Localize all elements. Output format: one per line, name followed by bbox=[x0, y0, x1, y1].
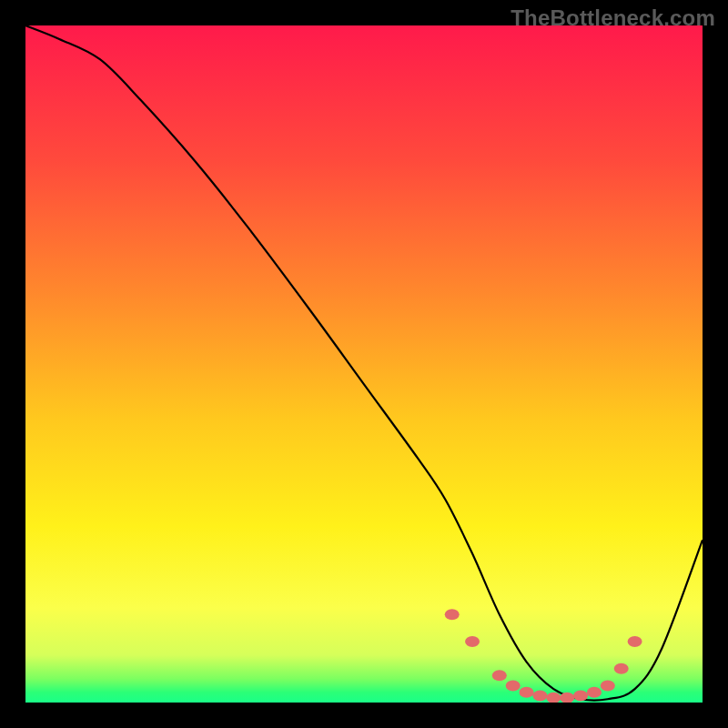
highlight-marker bbox=[506, 680, 521, 691]
highlight-marker bbox=[587, 687, 602, 698]
highlight-marker bbox=[601, 680, 615, 691]
chart-frame: TheBottleneck.com bbox=[0, 0, 728, 728]
chart-plot-area bbox=[25, 25, 703, 703]
gradient-background bbox=[25, 25, 703, 703]
highlight-marker bbox=[445, 609, 460, 620]
highlight-marker bbox=[628, 636, 642, 647]
highlight-marker bbox=[614, 663, 629, 674]
highlight-marker bbox=[520, 687, 534, 698]
highlight-marker bbox=[532, 691, 547, 702]
highlight-marker bbox=[573, 691, 588, 702]
highlight-marker bbox=[465, 636, 480, 647]
highlight-marker bbox=[492, 670, 507, 681]
chart-svg bbox=[25, 25, 703, 703]
